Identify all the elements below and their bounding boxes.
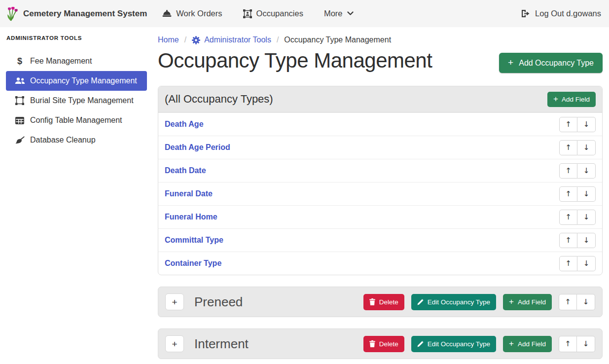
move-down-button[interactable]: ↓ <box>577 256 596 271</box>
main-content: Home / Administrat <box>153 27 609 364</box>
move-up-button[interactable]: ↑ <box>559 336 577 352</box>
field-link-container-type[interactable]: Container Type <box>165 259 221 268</box>
nav-item-occupancies[interactable]: Occupancies <box>233 0 314 27</box>
page-header: Occupancy Type Management + Add Occupanc… <box>158 49 603 73</box>
delete-button[interactable]: Delete <box>363 336 404 352</box>
plus-icon: + <box>509 339 514 348</box>
trash-icon <box>369 340 375 347</box>
move-down-button[interactable]: ↓ <box>577 186 596 202</box>
move-down-button[interactable]: ↓ <box>577 210 596 225</box>
field-row: Funeral Home ↑ ↓ <box>158 205 602 228</box>
hard-hat-icon <box>162 10 172 17</box>
pencil-icon <box>417 299 424 305</box>
sidebar-item-burial-site-type-management[interactable]: Burial Site Type Management <box>6 91 147 110</box>
button-label: Add Occupancy Type <box>519 59 594 68</box>
gear-icon <box>192 36 200 44</box>
logout-button[interactable]: Log Out d.gowans <box>521 9 603 18</box>
reorder-group: ↑ ↓ <box>559 294 595 310</box>
field-link-death-age-period[interactable]: Death Age Period <box>165 143 230 152</box>
reorder-group: ↑ ↓ <box>559 117 596 132</box>
panel-title: (All Occupancy Types) <box>165 93 273 106</box>
breadcrumb-admin-tools-link[interactable]: Administrator Tools <box>192 36 271 44</box>
move-up-button[interactable]: ↑ <box>559 163 577 179</box>
reorder-group: ↑ ↓ <box>559 336 595 352</box>
move-down-button[interactable]: ↓ <box>577 163 596 179</box>
move-down-button[interactable]: ↓ <box>577 140 596 155</box>
all-occupancy-types-panel: (All Occupancy Types) + Add Field Death … <box>158 86 603 275</box>
page-title: Occupancy Type Management <box>158 49 432 73</box>
breadcrumb: Home / Administrat <box>158 36 603 44</box>
table-icon <box>14 117 26 124</box>
delete-button[interactable]: Delete <box>363 294 404 310</box>
move-up-button[interactable]: ↑ <box>559 210 577 225</box>
field-link-committal-type[interactable]: Committal Type <box>165 236 223 245</box>
add-field-button[interactable]: + Add Field <box>547 92 596 107</box>
field-link-funeral-date[interactable]: Funeral Date <box>165 189 213 198</box>
move-up-button[interactable]: ↑ <box>559 294 577 310</box>
move-up-button[interactable]: ↑ <box>559 186 577 202</box>
move-up-button[interactable]: ↑ <box>559 256 577 271</box>
field-link-funeral-home[interactable]: Funeral Home <box>165 213 217 221</box>
nav-item-more[interactable]: More <box>314 0 364 27</box>
button-label: Add Field <box>562 96 590 103</box>
plus-icon: + <box>508 58 513 67</box>
move-up-button[interactable]: ↑ <box>559 140 577 155</box>
sidebar-item-fee-management[interactable]: $ Fee Management <box>6 51 147 71</box>
sidebar-item-label: Config Table Management <box>30 116 122 125</box>
field-row: Death Age ↑ ↓ <box>158 112 602 136</box>
logout-label: Log Out d.gowans <box>535 9 601 18</box>
add-field-button[interactable]: + Add Field <box>503 294 552 310</box>
occupancy-type-card-preneed: + Preneed Delete <box>158 287 603 317</box>
sidebar-item-occupancy-type-management[interactable]: Occupancy Type Management <box>6 71 147 91</box>
field-row: Committal Type ↑ ↓ <box>158 228 602 252</box>
sidebar-item-label: Database Cleanup <box>30 136 96 145</box>
breadcrumb-home-link[interactable]: Home <box>158 36 179 44</box>
button-label: Add Field <box>518 340 546 348</box>
breadcrumb-label: Administrator Tools <box>204 36 271 44</box>
expand-button[interactable]: + <box>165 335 184 352</box>
brand-title: Cemetery Management System <box>23 9 147 19</box>
nav-item-work-orders[interactable]: Work Orders <box>152 0 232 27</box>
edit-occupancy-type-button[interactable]: Edit Occupancy Type <box>411 336 496 352</box>
pencil-icon <box>417 341 424 347</box>
button-label: Edit Occupancy Type <box>428 340 490 348</box>
edit-occupancy-type-button[interactable]: Edit Occupancy Type <box>411 294 496 310</box>
plus-icon: + <box>509 297 514 306</box>
sidebar-item-label: Burial Site Type Management <box>30 96 134 105</box>
field-row: Death Age Period ↑ ↓ <box>158 136 602 159</box>
type-actions: Delete Edit Occupancy Type + Add Field <box>363 336 595 352</box>
button-label: Delete <box>379 298 398 306</box>
move-up-button[interactable]: ↑ <box>559 117 577 132</box>
breadcrumb-current: Occupancy Type Management <box>284 36 391 44</box>
move-down-button[interactable]: ↓ <box>577 117 596 132</box>
reorder-group: ↑ ↓ <box>559 233 596 248</box>
move-down-button[interactable]: ↓ <box>577 233 596 248</box>
dollar-icon: $ <box>14 56 26 67</box>
trash-icon <box>369 298 375 305</box>
field-link-death-date[interactable]: Death Date <box>165 166 206 175</box>
button-label: Add Field <box>518 298 546 306</box>
move-down-button[interactable]: ↓ <box>577 336 595 352</box>
logout-icon <box>521 9 530 18</box>
field-link-death-age[interactable]: Death Age <box>165 120 204 129</box>
move-down-button[interactable]: ↓ <box>577 294 595 310</box>
reorder-group: ↑ ↓ <box>559 140 596 155</box>
nav-item-label: Work Orders <box>176 9 222 18</box>
occupancy-type-name: Interment <box>194 336 249 352</box>
add-occupancy-type-button[interactable]: + Add Occupancy Type <box>499 53 603 73</box>
field-row: Funeral Date ↑ ↓ <box>158 182 602 205</box>
move-up-button[interactable]: ↑ <box>559 233 577 248</box>
panel-header: (All Occupancy Types) + Add Field <box>158 86 602 112</box>
brand[interactable]: Cemetery Management System <box>6 6 147 21</box>
plus-icon: + <box>553 95 558 103</box>
reorder-group: ↑ ↓ <box>559 256 596 271</box>
chevron-down-icon <box>347 11 354 16</box>
vector-square-icon <box>14 96 26 105</box>
nav-links: Work Orders Occupancies More <box>152 0 363 27</box>
type-actions: Delete Edit Occupancy Type + Add Field <box>363 294 595 310</box>
nav-item-label: Occupancies <box>256 9 303 18</box>
sidebar-item-config-table-management[interactable]: Config Table Management <box>6 110 147 130</box>
add-field-button[interactable]: + Add Field <box>503 336 552 352</box>
sidebar-item-database-cleanup[interactable]: Database Cleanup <box>6 130 147 150</box>
expand-button[interactable]: + <box>165 293 184 310</box>
